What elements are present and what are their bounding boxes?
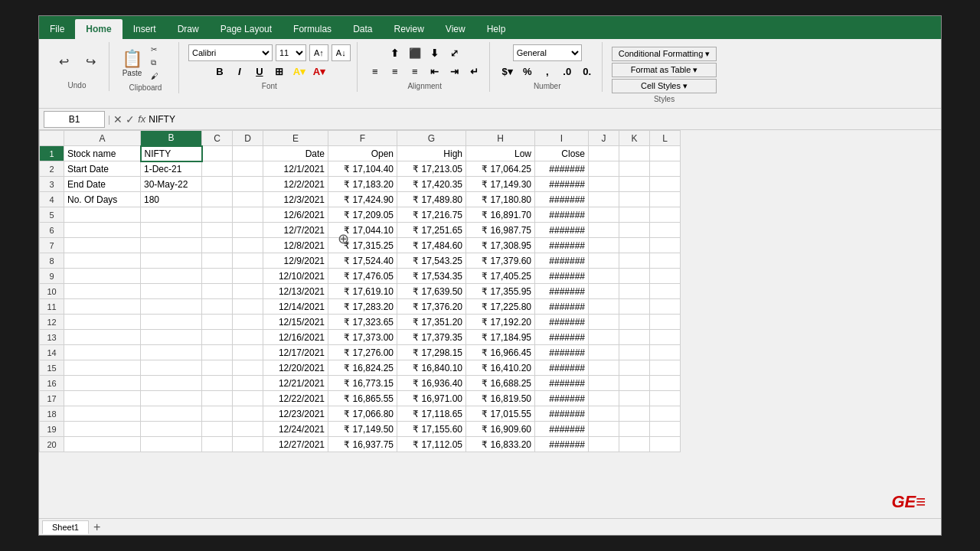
cell-r2c9[interactable]	[589, 161, 619, 177]
underline-button[interactable]: U	[251, 63, 268, 80]
cell-r16c9[interactable]	[589, 376, 619, 391]
cell-r7c0[interactable]	[64, 238, 141, 253]
col-header-f[interactable]: F	[328, 131, 397, 146]
col-header-c[interactable]: C	[202, 131, 233, 146]
cell-r17c8[interactable]: #######	[535, 391, 589, 406]
cell-r15c0[interactable]	[64, 360, 141, 376]
cell-r6c9[interactable]	[589, 223, 619, 238]
cell-r7c5[interactable]: ₹ 17,315.25	[328, 238, 397, 253]
cell-r13c10[interactable]	[619, 330, 650, 345]
cell-r1c11[interactable]	[650, 146, 681, 161]
cell-r3c9[interactable]	[589, 177, 619, 192]
cell-r14c10[interactable]	[619, 345, 650, 360]
cell-r9c4[interactable]: 12/10/2021	[263, 269, 328, 284]
cell-r11c7[interactable]: ₹ 17,225.80	[466, 299, 535, 315]
cell-r10c11[interactable]	[650, 284, 681, 299]
row-number-20[interactable]: 20	[40, 437, 64, 452]
cell-r17c9[interactable]	[589, 391, 619, 406]
cell-r18c9[interactable]	[589, 406, 619, 422]
col-header-b[interactable]: B	[141, 131, 202, 146]
cell-r17c10[interactable]	[619, 391, 650, 406]
col-header-g[interactable]: G	[397, 131, 466, 146]
cell-r12c0[interactable]	[64, 315, 141, 330]
row-number-18[interactable]: 18	[40, 406, 64, 422]
cell-r4c11[interactable]	[650, 192, 681, 207]
cell-r6c6[interactable]: ₹ 17,251.65	[397, 223, 466, 238]
cell-r11c2[interactable]	[202, 299, 233, 315]
confirm-formula-icon[interactable]: ✓	[126, 113, 135, 126]
cell-r20c5[interactable]: ₹ 16,937.75	[328, 437, 397, 452]
col-header-l[interactable]: L	[650, 131, 681, 146]
spreadsheet-wrapper[interactable]: A B C D E F G H I J K L 1Stock	[39, 130, 941, 518]
cell-r16c1[interactable]	[141, 376, 202, 391]
cell-r19c11[interactable]	[650, 422, 681, 437]
fill-color-button[interactable]: A▾	[291, 63, 308, 80]
cell-r5c11[interactable]	[650, 207, 681, 223]
cell-r4c8[interactable]: #######	[535, 192, 589, 207]
cell-r10c7[interactable]: ₹ 17,355.95	[466, 284, 535, 299]
cell-r18c8[interactable]: #######	[535, 406, 589, 422]
cell-r7c8[interactable]: #######	[535, 238, 589, 253]
cell-r16c11[interactable]	[650, 376, 681, 391]
conditional-formatting-button[interactable]: Conditional Formatting ▾	[612, 47, 717, 61]
cell-r19c9[interactable]	[589, 422, 619, 437]
cell-r18c7[interactable]: ₹ 17,015.55	[466, 406, 535, 422]
row-number-17[interactable]: 17	[40, 391, 64, 406]
tab-formulas[interactable]: Formulas	[283, 19, 342, 39]
cell-r15c5[interactable]: ₹ 16,824.25	[328, 360, 397, 376]
cell-r6c8[interactable]: #######	[535, 223, 589, 238]
col-header-d[interactable]: D	[233, 131, 263, 146]
cell-r19c6[interactable]: ₹ 17,155.60	[397, 422, 466, 437]
cell-r18c11[interactable]	[650, 406, 681, 422]
col-header-j[interactable]: J	[589, 131, 619, 146]
cell-r20c0[interactable]	[64, 437, 141, 452]
cell-r3c3[interactable]	[233, 177, 263, 192]
cell-r9c7[interactable]: ₹ 17,405.25	[466, 269, 535, 284]
row-number-8[interactable]: 8	[40, 253, 64, 269]
cell-r6c0[interactable]	[64, 223, 141, 238]
cell-r13c2[interactable]	[202, 330, 233, 345]
cell-r15c3[interactable]	[233, 360, 263, 376]
cell-r15c9[interactable]	[589, 360, 619, 376]
row-number-14[interactable]: 14	[40, 345, 64, 360]
decrease-decimal-button[interactable]: 0.	[579, 63, 596, 80]
cell-r10c3[interactable]	[233, 284, 263, 299]
align-bottom-button[interactable]: ⬇	[426, 44, 443, 61]
cell-r13c3[interactable]	[233, 330, 263, 345]
cell-r11c9[interactable]	[589, 299, 619, 315]
cell-r8c11[interactable]	[650, 253, 681, 269]
cell-r17c5[interactable]: ₹ 16,865.55	[328, 391, 397, 406]
cell-r7c2[interactable]	[202, 238, 233, 253]
cell-r16c7[interactable]: ₹ 16,688.25	[466, 376, 535, 391]
cell-r9c10[interactable]	[619, 269, 650, 284]
cell-r18c10[interactable]	[619, 406, 650, 422]
cell-r5c3[interactable]	[233, 207, 263, 223]
cell-r2c11[interactable]	[650, 161, 681, 177]
cell-r4c9[interactable]	[589, 192, 619, 207]
cell-r8c5[interactable]: ₹ 17,524.40	[328, 253, 397, 269]
redo-button[interactable]: ↪	[78, 53, 103, 70]
cell-r14c2[interactable]	[202, 345, 233, 360]
row-number-12[interactable]: 12	[40, 315, 64, 330]
cell-r16c2[interactable]	[202, 376, 233, 391]
row-number-19[interactable]: 19	[40, 422, 64, 437]
cell-r9c0[interactable]	[64, 269, 141, 284]
cell-r12c10[interactable]	[619, 315, 650, 330]
cell-r15c11[interactable]	[650, 360, 681, 376]
font-grow-button[interactable]: A↑	[309, 44, 328, 61]
cell-r17c6[interactable]: ₹ 16,971.00	[397, 391, 466, 406]
cell-r14c3[interactable]	[233, 345, 263, 360]
cell-r8c2[interactable]	[202, 253, 233, 269]
cell-r11c6[interactable]: ₹ 17,376.20	[397, 299, 466, 315]
cell-r9c1[interactable]	[141, 269, 202, 284]
cell-r6c10[interactable]	[619, 223, 650, 238]
cell-r16c4[interactable]: 12/21/2021	[263, 376, 328, 391]
cell-r10c4[interactable]: 12/13/2021	[263, 284, 328, 299]
tab-insert[interactable]: Insert	[122, 19, 167, 39]
cell-r19c10[interactable]	[619, 422, 650, 437]
cell-r18c6[interactable]: ₹ 17,118.65	[397, 406, 466, 422]
border-button[interactable]: ⊞	[271, 63, 288, 80]
cell-r7c4[interactable]: 12/8/2021	[263, 238, 328, 253]
cell-r5c5[interactable]: ₹ 17,209.05	[328, 207, 397, 223]
cell-r15c10[interactable]	[619, 360, 650, 376]
